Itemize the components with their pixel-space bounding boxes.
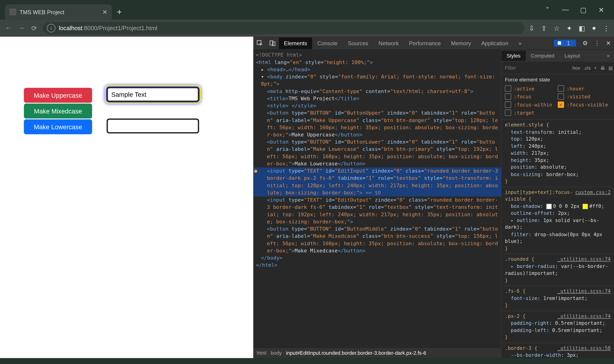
elements-tree[interactable]: <!DOCTYPE html><html lang="en" style="he… <box>253 50 501 348</box>
devtools-tab-sources[interactable]: Sources <box>343 37 373 49</box>
css-rule-block[interactable]: custom.css:2input[type=text]:focus-visib… <box>501 187 614 254</box>
css-rule-block[interactable]: _utilities.scss:58.border-3 { --bs-borde… <box>501 343 614 358</box>
dom-node[interactable]: <title>TMS Web Project</title> <box>253 95 501 102</box>
forward-button[interactable]: → <box>17 24 26 32</box>
force-state-header: Force element state <box>505 77 611 83</box>
dom-node[interactable]: <input type="TEXT" id="EditInput" zindex… <box>253 168 501 196</box>
styles-tabs-more[interactable]: » <box>603 53 614 59</box>
cls-chip[interactable]: .cls <box>584 65 590 70</box>
devtools-menu-icon[interactable]: ⋮ <box>591 40 603 46</box>
url-host: localhost <box>59 25 83 32</box>
checkbox-icon[interactable]: ✓ <box>558 101 564 108</box>
devtools-tab-console[interactable]: Console <box>312 37 343 49</box>
styles-tabs: StylesComputedLayout » <box>501 50 614 62</box>
svg-rect-3 <box>558 41 561 45</box>
make-lowercase-button[interactable]: Make Lowercase <box>24 119 92 134</box>
pseudo-focus-visible[interactable]: ✓:focus-visible <box>558 101 611 109</box>
window-controls: ˅ — ▢ ✕ <box>542 6 614 14</box>
dom-node[interactable]: <button type="BUTTON" id="ButtonUpper" z… <box>253 109 501 139</box>
styles-tab-computed[interactable]: Computed <box>526 51 560 61</box>
bookmark-icon[interactable]: ☆ <box>554 24 560 32</box>
dom-node[interactable]: <input type="TEXT" id="EditOutput" zinde… <box>253 196 501 225</box>
css-rule-block[interactable]: _utilities.scss:74.rounded { border-radi… <box>501 254 614 286</box>
styles-panel: StylesComputedLayout » :hov .cls + 🖶 ▤ F… <box>501 50 614 358</box>
edit-input-field[interactable] <box>106 87 199 102</box>
dropdown-icon[interactable]: ˅ <box>542 6 553 14</box>
issues-badge[interactable]: 1 <box>554 40 576 46</box>
device-toggle-icon[interactable] <box>266 39 279 46</box>
edit-output-field[interactable] <box>106 118 199 133</box>
install-icon[interactable]: ⇩ <box>529 24 535 32</box>
make-mixedcase-button[interactable]: Make Mixedcase <box>24 104 92 118</box>
dom-node[interactable]: </body> <box>253 255 501 262</box>
sidepanel-icon[interactable]: ◧ <box>579 24 585 32</box>
browser-titlebar: TMS WEB Project ✕ + ˅ — ▢ ✕ <box>0 0 614 20</box>
newrule-chip[interactable]: + <box>594 65 597 70</box>
new-tab-button[interactable]: + <box>117 7 122 17</box>
tab-title: TMS WEB Project <box>20 9 64 15</box>
dom-node[interactable]: <button type="BUTTON" id="ButtonMiddle" … <box>253 225 501 255</box>
devtools-tab-performance[interactable]: Performance <box>404 37 446 49</box>
devtools-tabs: ElementsConsoleSourcesNetworkPerformance… <box>253 37 614 50</box>
force-element-state: Force element state :active:hover:focus:… <box>501 74 614 120</box>
extensions-icon[interactable]: ✦ <box>566 24 572 32</box>
checkbox-icon[interactable] <box>505 85 511 92</box>
styles-tab-layout[interactable]: Layout <box>560 51 585 61</box>
styles-filter-input[interactable] <box>504 64 570 71</box>
dom-node[interactable]: ▸ <head>…</head> <box>253 66 501 73</box>
devtools-tab-memory[interactable]: Memory <box>446 37 476 49</box>
css-rules[interactable]: element.style { text-transform: initial;… <box>501 120 614 358</box>
address-bar[interactable]: i localhost:8000/Project1/Project1.html <box>43 22 525 34</box>
devtools-close-icon[interactable]: ✕ <box>603 40 614 46</box>
make-uppercase-button[interactable]: Make Uppercase <box>24 88 92 103</box>
close-tab-icon[interactable]: ✕ <box>102 9 107 15</box>
site-info-icon[interactable]: i <box>47 24 55 32</box>
computed-toggle-icon[interactable]: ▤ <box>608 65 613 71</box>
favicon-icon <box>9 9 16 15</box>
dom-node[interactable]: </html> <box>253 262 501 269</box>
pseudo-hover[interactable]: :hover <box>558 84 611 92</box>
devtools-tab-application[interactable]: Application <box>476 37 513 49</box>
styles-filter-row: :hov .cls + 🖶 ▤ <box>501 62 614 74</box>
pseudo-visited[interactable]: :visited <box>558 92 611 101</box>
menu-icon[interactable]: ⋮ <box>603 24 610 32</box>
pseudo-target[interactable]: :target <box>505 109 558 117</box>
dom-breadcrumb[interactable]: html body input#EditInput.rounded.border… <box>253 348 501 358</box>
checkbox-icon[interactable] <box>505 109 511 116</box>
pseudo-active[interactable]: :active <box>505 84 558 92</box>
pseudo-focus[interactable]: :focus <box>505 92 558 101</box>
devtools-tab-network[interactable]: Network <box>373 37 404 49</box>
dom-node[interactable]: <style> </style> <box>253 102 501 109</box>
share-icon[interactable]: ⇪ <box>541 24 547 32</box>
reload-button[interactable]: ⟳ <box>30 24 39 32</box>
devtools-tab-elements[interactable]: Elements <box>279 37 312 49</box>
minimize-icon[interactable]: — <box>560 6 571 14</box>
devtools-settings-icon[interactable]: ⚙ <box>579 40 591 46</box>
browser-tab[interactable]: TMS WEB Project ✕ <box>5 4 112 19</box>
devtools-tab-more[interactable]: » <box>513 37 527 49</box>
pseudo-focus-within[interactable]: :focus-within <box>505 101 558 109</box>
maximize-icon[interactable]: ▢ <box>577 6 589 14</box>
hov-chip[interactable]: :hov <box>571 65 580 70</box>
dom-node[interactable]: ▾ <body zindex="0" style="font-family: A… <box>253 73 501 88</box>
rendered-page: Make Uppercase Make Mixedcase Make Lower… <box>0 37 253 358</box>
dom-node[interactable]: <button type="BUTTON" id="ButtonLower" z… <box>253 139 501 168</box>
close-window-icon[interactable]: ✕ <box>595 6 607 14</box>
browser-toolbar: ← → ⟳ i localhost:8000/Project1/Project1… <box>0 20 614 37</box>
checkbox-icon[interactable] <box>505 101 511 108</box>
styles-tab-styles[interactable]: Styles <box>501 51 526 61</box>
checkbox-icon[interactable] <box>505 93 511 100</box>
profile-icon[interactable]: ● <box>592 24 596 32</box>
dom-node[interactable]: <html lang="en" style="height: 100%;"> <box>253 59 501 66</box>
print-icon[interactable]: 🖶 <box>600 65 605 70</box>
dom-node[interactable]: <meta http-equiv="Content-type" content=… <box>253 88 501 95</box>
dom-node[interactable]: <!DOCTYPE html> <box>253 52 501 59</box>
css-rule-block[interactable]: _utilities.scss:74.fs-6 { font-size: 1re… <box>501 286 614 311</box>
back-button[interactable]: ← <box>4 24 13 32</box>
inspect-icon[interactable] <box>253 39 266 46</box>
url-path: :8000/Project1/Project1.html <box>82 25 157 32</box>
checkbox-icon[interactable] <box>558 85 564 92</box>
css-rule-block[interactable]: element.style { text-transform: initial;… <box>501 120 614 187</box>
css-rule-block[interactable]: _utilities.scss:74.px-2 { padding-right:… <box>501 311 614 343</box>
checkbox-icon[interactable] <box>558 93 564 100</box>
